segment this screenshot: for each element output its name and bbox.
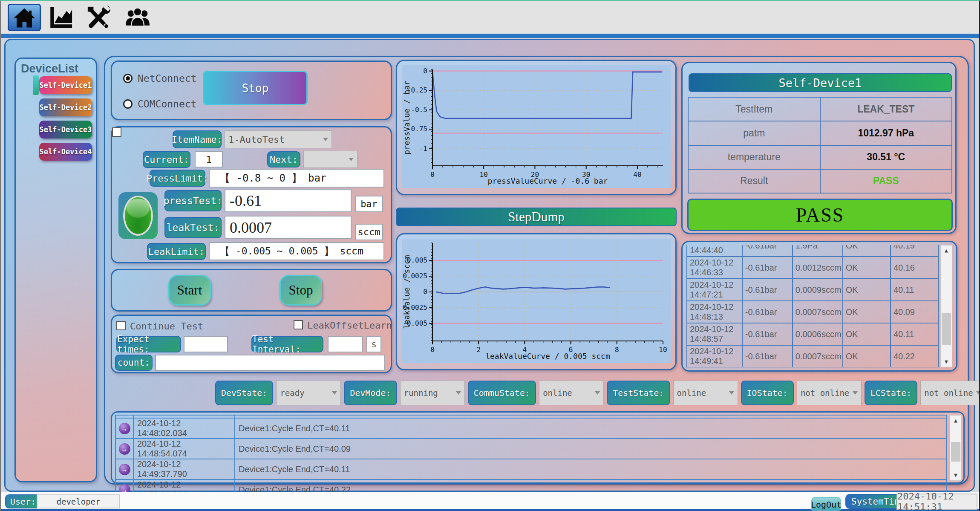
tools-tab-button[interactable] bbox=[82, 4, 115, 31]
results-table: 2024-10-1214:44:40-0.61bar1.9PaOK40.1920… bbox=[686, 245, 939, 367]
chevron-down-icon bbox=[853, 391, 858, 395]
state-value: online bbox=[543, 388, 572, 398]
chart-tab-button[interactable] bbox=[44, 4, 78, 31]
device-button[interactable]: Self-Device1 bbox=[39, 76, 92, 94]
svg-text:40: 40 bbox=[633, 170, 641, 179]
stop-button[interactable]: Stop bbox=[280, 275, 322, 306]
result-cell: 40.11 bbox=[891, 279, 938, 301]
result-cell: 40.11 bbox=[891, 323, 938, 345]
current-input[interactable] bbox=[195, 151, 223, 167]
state-dropdown[interactable]: online bbox=[539, 381, 604, 405]
table-row: 2024-10-1214:48:57-0.61bar0.0006sccmOK40… bbox=[687, 323, 938, 345]
table-row: temperature30.51 °C bbox=[688, 145, 952, 169]
log-row: →2024-10-12 14:49:37.790Device1:Cycle En… bbox=[115, 459, 946, 479]
start-button[interactable]: Start bbox=[168, 275, 211, 306]
logout-button[interactable]: LogOut bbox=[811, 497, 841, 511]
result-cell: 2024-10-1214:46:33 bbox=[687, 257, 742, 279]
leak-value-chart: 0.0050.00250-0.0025-0.0050246810leakValu… bbox=[402, 239, 671, 363]
svg-text:10: 10 bbox=[480, 170, 488, 179]
result-cell: OK bbox=[843, 279, 891, 301]
next-dropdown[interactable] bbox=[303, 151, 357, 168]
result-cell: OK bbox=[843, 323, 891, 345]
arrow-right-icon[interactable]: → bbox=[119, 443, 130, 455]
scroll-down-icon[interactable]: ▼ bbox=[941, 357, 952, 367]
state-label: IOState: bbox=[741, 381, 794, 405]
log-icon-cell: → bbox=[115, 439, 133, 459]
device-button[interactable]: Self-Device3 bbox=[39, 121, 92, 139]
options-group: Continue Test LeakOffsetLearn Expect tim… bbox=[111, 315, 392, 373]
home-tab-button[interactable] bbox=[8, 4, 41, 31]
itemname-label: ItemName: bbox=[173, 130, 222, 148]
selected-device-marker bbox=[33, 75, 39, 95]
results-scrollbar[interactable]: ▲ ▼ bbox=[940, 245, 952, 367]
continue-test-checkbox[interactable] bbox=[116, 321, 126, 330]
results-history-panel: 2024-10-1214:44:40-0.61bar1.9PaOK40.1920… bbox=[681, 241, 957, 372]
comconnect-label: COMConnect bbox=[138, 98, 196, 110]
connection-stop-button[interactable]: Stop bbox=[203, 71, 308, 105]
log-scroll-thumb[interactable] bbox=[951, 442, 960, 462]
svg-text:0: 0 bbox=[423, 288, 427, 296]
expect-times-input[interactable] bbox=[184, 336, 228, 352]
scroll-up-icon[interactable]: ▲ bbox=[950, 416, 961, 426]
scroll-down-icon[interactable]: ▼ bbox=[950, 470, 961, 480]
log-scrollbar[interactable]: ▲ ▼ bbox=[950, 415, 962, 481]
netconnect-radio[interactable] bbox=[123, 74, 133, 83]
result-cell: 40.16 bbox=[891, 257, 938, 279]
svg-text:pressValue / bar: pressValue / bar bbox=[402, 81, 411, 155]
toolbar bbox=[1, 1, 980, 34]
chevron-down-icon bbox=[332, 391, 337, 395]
continue-test-label: Continue Test bbox=[130, 321, 203, 332]
press-chart-panel: 0-0.25-0.5-0.75-1010203040pressValueCurv… bbox=[396, 60, 677, 195]
leak-offset-checkbox[interactable] bbox=[294, 320, 303, 329]
log-message: Device1:Cycle End,CT=40.11 bbox=[235, 418, 946, 439]
test-interval-input[interactable] bbox=[328, 336, 363, 352]
state-dropdown[interactable]: not online bbox=[920, 381, 980, 405]
count-input[interactable] bbox=[155, 355, 385, 371]
table-row: 2024-10-1214:49:41-0.61bar0.0007sccmOK40… bbox=[687, 345, 938, 367]
chevron-down-icon bbox=[349, 158, 354, 161]
tools-icon bbox=[85, 5, 112, 30]
state-dropdown[interactable]: running bbox=[400, 381, 465, 405]
home-icon bbox=[12, 6, 37, 29]
summary-key: patm bbox=[688, 121, 820, 145]
chevron-down-icon bbox=[976, 391, 980, 395]
connect-group: NetConnect COMConnect Stop bbox=[111, 61, 392, 120]
svg-text:-0.5: -0.5 bbox=[411, 106, 427, 114]
table-row: 2024-10-1214:47:21-0.61bar0.0009sccmOK40… bbox=[687, 279, 938, 301]
results-table-viewport: 2024-10-1214:44:40-0.61bar1.9PaOK40.1920… bbox=[686, 245, 939, 367]
state-dropdown[interactable]: not online bbox=[797, 381, 862, 405]
arrow-right-icon[interactable]: → bbox=[119, 464, 130, 475]
line-chart-icon bbox=[48, 6, 74, 29]
users-tab-button[interactable] bbox=[121, 4, 154, 31]
device-button[interactable]: Self-Device4 bbox=[39, 143, 92, 161]
result-cell: OK bbox=[843, 245, 891, 257]
systemtime-value: 2024-10-12 14:51:31 bbox=[896, 494, 977, 510]
user-input[interactable] bbox=[37, 494, 120, 508]
leaklimit-label: LeakLimit: bbox=[147, 243, 206, 260]
pass-result-banner: PASS bbox=[687, 199, 953, 231]
state-label: LCState: bbox=[865, 381, 917, 405]
table-row: 2024-10-1214:46:33-0.61bar0.0012sccmOK40… bbox=[687, 257, 938, 279]
result-cell: 2024-10-1214:44:40 bbox=[687, 245, 742, 257]
results-scroll-thumb[interactable] bbox=[942, 313, 951, 345]
next-checkbox[interactable] bbox=[112, 127, 121, 137]
stepdump-header[interactable]: StepDump bbox=[396, 208, 677, 226]
state-dropdown[interactable]: ready bbox=[276, 381, 341, 405]
comconnect-radio[interactable] bbox=[123, 99, 133, 109]
arrow-right-icon[interactable]: → bbox=[119, 423, 130, 434]
result-cell: -0.61bar bbox=[742, 323, 793, 345]
next-label: Next: bbox=[267, 151, 300, 167]
device-button[interactable]: Self-Device2 bbox=[39, 98, 92, 116]
presslimit-value: 【 -0.8 ~ 0 】 bar bbox=[209, 169, 384, 188]
state-value: not online bbox=[924, 388, 973, 398]
table-row: TestItemLEAK_TEST bbox=[688, 97, 952, 121]
result-cell: -0.61bar bbox=[742, 257, 793, 279]
leaktest-unit: sccm bbox=[355, 224, 383, 240]
test-interval-label: Test Interval: bbox=[251, 336, 323, 352]
itemname-dropdown[interactable]: 1-AutoTest bbox=[225, 130, 332, 148]
scroll-up-icon[interactable]: ▲ bbox=[941, 245, 952, 256]
summary-value: 30.51 °C bbox=[820, 145, 952, 169]
result-cell: 40.19 bbox=[891, 245, 938, 257]
svg-text:0: 0 bbox=[430, 170, 435, 179]
state-dropdown[interactable]: online bbox=[673, 381, 738, 405]
